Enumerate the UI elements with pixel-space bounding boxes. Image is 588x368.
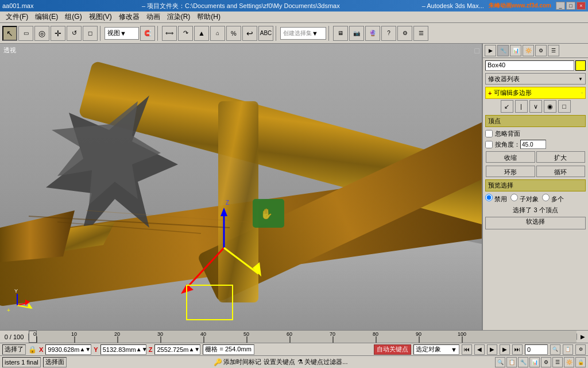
material-editor-btn[interactable]: 🔮	[365, 26, 380, 41]
menu-file[interactable]: 文件(F)	[2, 11, 32, 23]
set-key-label[interactable]: 设置关键点	[264, 358, 295, 366]
extra-btn2[interactable]: ☰	[413, 26, 428, 41]
extra-play-btn1[interactable]: 🔍	[550, 344, 560, 355]
modifier-icon-2[interactable]: |	[515, 100, 528, 113]
menu-group[interactable]: 组(G)	[61, 11, 85, 23]
radio-subobj[interactable]: 子对象	[510, 194, 539, 204]
radio-multi-input[interactable]	[542, 194, 550, 201]
percent-tool[interactable]: %	[226, 26, 241, 41]
minimize-button[interactable]: _	[556, 2, 565, 10]
render-settings-btn[interactable]: 📷	[349, 26, 364, 41]
menu-help[interactable]: 帮助(H)	[194, 11, 224, 23]
scale-tool[interactable]: ◻	[83, 26, 98, 41]
lock-icon[interactable]: 🔒	[28, 346, 37, 354]
title-bar: aa001.max – 项目文件夹：C:\Documents and Setti…	[0, 0, 588, 12]
modifier-stack-item[interactable]: + 可编辑多边形 ·	[485, 87, 586, 99]
sb2-icon-6[interactable]: ☰	[552, 357, 563, 367]
z-coord-field[interactable]: 2552.725m ▲▼	[154, 344, 200, 355]
sb2-icon-1[interactable]: 🔍	[495, 357, 505, 367]
sb2-icon-3[interactable]: 🔧	[518, 357, 528, 367]
timeline-right-arrow[interactable]: ▶	[577, 334, 588, 340]
layer-field: isters 1 final	[2, 357, 41, 367]
radio-subobj-input[interactable]	[510, 194, 518, 201]
modifier-icon-1[interactable]: ↙	[501, 100, 513, 113]
viewport-corner-icon: □	[475, 46, 479, 55]
auto-key-button[interactable]: 自动关键点	[374, 344, 411, 355]
extra-btn1[interactable]: ⚙	[397, 26, 412, 41]
modifier-icon-4[interactable]: ◉	[544, 100, 556, 113]
region-select-tool[interactable]: ▭	[18, 26, 33, 41]
angle-checkbox[interactable]	[485, 141, 493, 148]
menu-view[interactable]: 视图(V)	[86, 11, 115, 23]
selection-set-box[interactable]: 创建选择集 ▼	[280, 27, 326, 40]
rp-create-tab[interactable]: ▶	[485, 45, 496, 56]
expand-button[interactable]: 扩大	[536, 151, 586, 163]
coordinate-dropdown[interactable]: 视图 ▼	[105, 27, 139, 40]
section-preview-select[interactable]: 预览选择	[485, 179, 586, 191]
rotate-tool[interactable]: ↺	[67, 26, 82, 41]
rp-motion-tab[interactable]: 🔆	[523, 45, 534, 56]
timeline-track[interactable]: 0 10 20 30 40 50 60 70 80 90 100	[29, 331, 577, 343]
object-name-input[interactable]: Box40	[485, 60, 574, 71]
viewport-3d[interactable]: 透视 □	[0, 44, 482, 330]
set-key-area: 设置关键点	[264, 358, 295, 366]
angle-spinbox[interactable]: 45.0	[520, 140, 546, 149]
shrink-button[interactable]: 收缩	[486, 151, 535, 163]
play-btn[interactable]: ▶	[487, 344, 497, 355]
modifier-icon-5[interactable]: □	[558, 100, 571, 113]
key-filter-label[interactable]: 关键点过滤器...	[304, 358, 347, 366]
extra-play-btn2[interactable]: 📋	[563, 344, 573, 355]
ignore-backface-checkbox[interactable]	[485, 130, 493, 137]
svg-rect-5	[218, 101, 258, 302]
sb2-icon-8[interactable]: 🔒	[575, 357, 586, 367]
circle-select-tool[interactable]: ◎	[34, 26, 49, 41]
maximize-button[interactable]: □	[566, 2, 575, 10]
radio-multi[interactable]: 多个	[542, 194, 564, 204]
radio-disable-input[interactable]	[485, 194, 493, 201]
curve-editor[interactable]: ⌂	[210, 26, 225, 41]
menu-edit[interactable]: 编辑(E)	[32, 11, 61, 23]
prev-frame-btn[interactable]: ⏮	[462, 344, 472, 355]
undo-tool[interactable]: ↩	[242, 26, 257, 41]
sb2-icon-7[interactable]: 🔆	[564, 357, 574, 367]
section-vertices[interactable]: 顶点	[485, 115, 586, 127]
snap-toggle[interactable]: 🧲	[140, 26, 155, 41]
move-tool[interactable]: ✛	[51, 26, 65, 41]
help-btn[interactable]: ?	[381, 26, 396, 41]
rp-display-tab[interactable]: ⚙	[535, 45, 547, 56]
menu-modifier[interactable]: 修改器	[115, 11, 143, 23]
rp-utility-tab[interactable]: ☰	[548, 45, 559, 56]
array-tool[interactable]: ▲	[194, 26, 209, 41]
menu-render[interactable]: 渲染(R)	[164, 11, 194, 23]
render-frame-btn[interactable]: 🖥	[333, 26, 348, 41]
sb2-icon-2[interactable]: 📋	[506, 357, 517, 367]
modifier-list-dropdown[interactable]: 修改器列表 ▼	[485, 73, 586, 85]
next-frame-btn[interactable]: ⏭	[512, 344, 523, 355]
sb2-icon-4[interactable]: 📊	[529, 357, 540, 367]
action-dropdown[interactable]: 选定对象 ▼	[413, 344, 459, 355]
extra-play-btn3[interactable]: ⚙	[575, 344, 586, 355]
menu-animation[interactable]: 动画	[143, 11, 164, 23]
prev-key-btn[interactable]: ◀	[474, 344, 485, 355]
next-key-btn[interactable]: ▶	[500, 344, 510, 355]
modifier-icon-3[interactable]: ∨	[529, 100, 542, 113]
window-controls[interactable]: _ □ ×	[556, 2, 586, 10]
rp-modify-tab[interactable]: 🔧	[497, 45, 509, 56]
x-coord-field[interactable]: 9930.628m ▲▼	[45, 344, 91, 355]
radio-disable[interactable]: 禁用	[485, 194, 507, 204]
mirror-tool[interactable]: ⟺	[162, 26, 177, 41]
object-color-swatch[interactable]	[575, 60, 586, 71]
ring-button[interactable]: 环形	[486, 166, 535, 177]
add-time-label[interactable]: 添加时间标记	[223, 358, 261, 366]
select-tool[interactable]: ↖	[2, 26, 17, 41]
face-selection-field[interactable]: 选择面	[43, 357, 67, 367]
named-select[interactable]: ABC	[258, 26, 273, 41]
current-frame-field[interactable]: 0	[525, 344, 548, 355]
loop-button[interactable]: 循环	[536, 166, 586, 177]
rp-hierarchy-tab[interactable]: 📊	[510, 45, 521, 56]
close-button[interactable]: ×	[577, 2, 586, 10]
sb2-icon-5[interactable]: ⚙	[541, 357, 551, 367]
align-tool[interactable]: ↷	[178, 26, 193, 41]
y-coord-field[interactable]: 5132.83mm ▲▼	[100, 344, 146, 355]
soft-select-button[interactable]: 软选择	[485, 217, 586, 229]
